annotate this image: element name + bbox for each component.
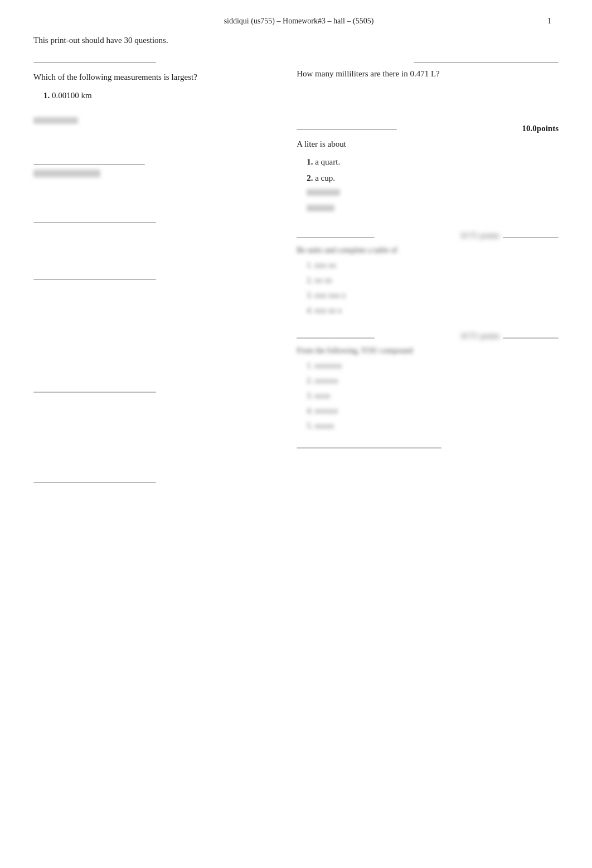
divider-left-2 — [33, 222, 156, 223]
page-header: siddiqui (us755) – Homework#3 – hall – (… — [33, 17, 559, 26]
divider-left-3 — [33, 279, 156, 280]
blurred-answer-5-1: 1. xxxxxxx — [307, 360, 559, 372]
blurred-answer-5-2: 2. xxxxxx — [307, 375, 559, 387]
question-3-block: 10.0points A liter is about 1. a quart. … — [297, 124, 559, 216]
left-section-gap — [33, 164, 274, 177]
blurred-answer-4-2: 2. xx xx — [307, 274, 559, 286]
divider-left-4 — [33, 392, 156, 393]
divider-q4-left — [297, 237, 375, 238]
question-5-block: 10 T1 points From the following, YOU com… — [297, 332, 559, 432]
blurred-answer-2 — [33, 117, 78, 124]
q5-blurred-text: From the following, YOU compound — [297, 346, 559, 355]
divider-left-mid — [33, 164, 145, 165]
divider-q5-left — [297, 337, 375, 339]
q5-blurred-heading: 10 T1 points — [460, 332, 499, 341]
q3-header-row: 10.0points — [297, 124, 559, 136]
q5-header-row: 10 T1 points — [297, 332, 559, 344]
q4-blurred-heading: 10 T1 points — [460, 232, 499, 240]
left-section-3 — [33, 279, 274, 280]
q5-badge-area: 10 T1 points — [460, 332, 559, 344]
blurred-answer-3-3 — [307, 187, 559, 200]
answer-3-2: 2. a cup. — [307, 172, 559, 185]
two-column-layout: Which of the following measurements is l… — [33, 62, 559, 488]
blurred-answer-4-1: 1. xxx xx — [307, 259, 559, 271]
blurred-answer-5-3: 3. xxxx — [307, 390, 559, 402]
question-2-text: How many milliliters are there in 0.471 … — [297, 67, 559, 80]
blurred-answers-q1 — [33, 117, 274, 131]
left-section-2 — [33, 222, 274, 223]
divider-q1 — [33, 62, 156, 63]
q3-points: 10.0points — [522, 124, 559, 133]
left-section-5 — [33, 482, 274, 483]
answer-3-1: 1. a quart. — [307, 156, 559, 168]
blurred-left-label — [33, 170, 100, 177]
blurred-answer-4-3: 3. xxx xxx x — [307, 290, 559, 301]
question-3-text: A liter is about — [297, 138, 559, 151]
left-section-4 — [33, 392, 274, 393]
question-4-block: 10 T1 points Be units and complete a tab… — [297, 232, 559, 316]
blurred-answer-4-4: 4. xxx xx x — [307, 305, 559, 316]
q4-badge-area: 10 T1 points — [460, 232, 559, 244]
answer-1-1: 1. 0.00100 km — [43, 89, 274, 102]
divider-q5-right — [503, 337, 559, 339]
blurred-answer-5-5: 5. xxxxx — [307, 420, 559, 432]
intro-text: This print-out should have 30 questions. — [33, 36, 559, 45]
q4-header-row: 10 T1 points — [297, 232, 559, 244]
page-number: 1 — [547, 17, 559, 26]
spacer-1 — [297, 96, 559, 124]
divider-q3 — [297, 129, 397, 130]
header-title: siddiqui (us755) – Homework#3 – hall – (… — [50, 17, 547, 26]
question-1-block: Which of the following measurements is l… — [33, 62, 274, 102]
question-2-block: How many milliliters are there in 0.471 … — [297, 62, 559, 80]
divider-bottom-right — [297, 447, 441, 449]
blurred-answer-5-4: 4. xxxxxx — [307, 405, 559, 417]
question-1-text: Which of the following measurements is l… — [33, 71, 274, 84]
right-column: How many milliliters are there in 0.471 … — [285, 62, 559, 488]
q4-blurred-text: Be units and complete a table of — [297, 246, 559, 255]
divider-q4-right — [503, 237, 559, 238]
left-column: Which of the following measurements is l… — [33, 62, 285, 488]
blurred-answer-3-4 — [307, 204, 559, 216]
divider-left-5 — [33, 482, 156, 483]
divider-q2 — [414, 62, 559, 63]
